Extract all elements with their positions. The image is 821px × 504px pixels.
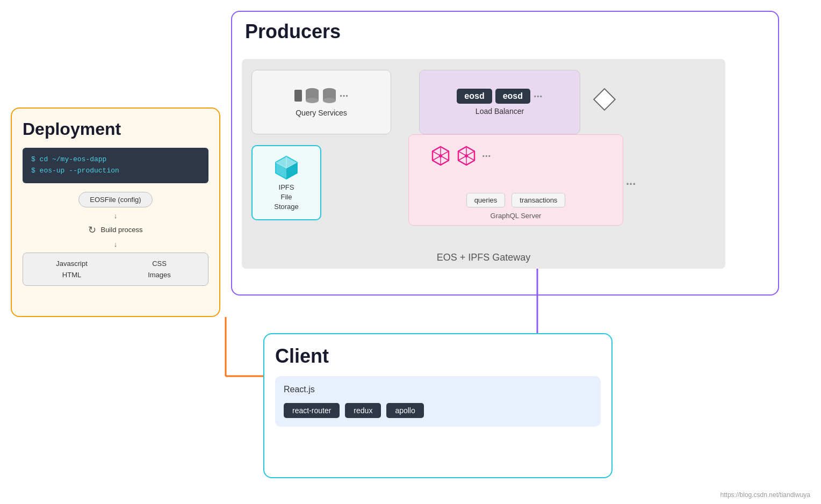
output-html: HTML [30, 271, 114, 279]
graphql-server-label: GraphQL Server [491, 212, 542, 220]
transactions-button: transactions [512, 193, 565, 207]
config-flow-item: EOSFile (config) [23, 192, 208, 207]
load-balancer-label: Load Balancer [476, 107, 524, 116]
deployment-title: Deployment [23, 119, 208, 139]
graphql-buttons-row: queries transactions [466, 193, 566, 207]
query-services-box: ··· Query Services [251, 70, 391, 134]
graphql-icons-row: ··· [430, 146, 491, 166]
load-balancer-box: eosd eosd ··· Load Balancer [419, 70, 580, 134]
output-javascript: Javascript [30, 260, 114, 268]
apollo-chip: apollo [386, 403, 423, 418]
graphql-hex-icon-2 [456, 146, 477, 166]
cylinder-icon-1 [305, 87, 319, 104]
graphql-dots: ··· [482, 150, 491, 162]
build-process-row: ↻ Build process [23, 224, 208, 236]
terminal-line-2: $ eos-up --production [31, 165, 200, 177]
ipfs-label: IPFSFileStorage [274, 183, 299, 212]
small-rect-icon [294, 90, 302, 102]
eosd-chip-2: eosd [495, 89, 530, 104]
graphql-hex-icon-1 [430, 146, 451, 166]
cylinder-icon-2 [322, 87, 336, 104]
graphql-box: ··· queries transactions GraphQL Server [408, 134, 623, 226]
ipfs-box: IPFSFileStorage [251, 145, 321, 220]
terminal-box: $ cd ~/my-eos-dapp $ eos-up --production [23, 148, 208, 183]
terminal-line-1: $ cd ~/my-eos-dapp [31, 154, 200, 165]
ipfs-cube-icon [273, 154, 300, 181]
diagram-container: Producers EOS + IPFS Gateway ··· Query S… [0, 0, 821, 504]
refresh-icon: ↻ [88, 224, 96, 236]
producers-right-dots: ··· [626, 177, 636, 191]
eosd-chips: eosd eosd ··· [457, 89, 542, 104]
config-label: EOSFile (config) [78, 192, 152, 207]
output-css: CSS [117, 260, 201, 268]
arrow-down-1: ↓ [23, 212, 208, 220]
watermark: https://blog.csdn.net/tiandiwuya [721, 491, 810, 499]
load-balancer-dots: ··· [534, 90, 543, 103]
reactjs-title: React.js [284, 385, 592, 394]
eosd-chip-1: eosd [457, 89, 492, 104]
build-label: Build process [100, 226, 142, 234]
query-services-icons: ··· [294, 87, 349, 104]
gateway-label: EOS + IPFS Gateway [437, 252, 531, 263]
client-box: Client React.js react-router redux apoll… [263, 333, 613, 478]
redux-chip: redux [345, 403, 381, 418]
output-grid: Javascript CSS HTML Images [23, 253, 208, 286]
query-services-label: Query Services [296, 109, 347, 117]
reactjs-box: React.js react-router redux apollo [275, 376, 601, 427]
producers-title: Producers [245, 20, 769, 43]
query-services-dots: ··· [340, 90, 349, 102]
svg-point-24 [323, 98, 336, 103]
output-images: Images [117, 271, 201, 279]
react-router-chip: react-router [284, 403, 340, 418]
deployment-box: Deployment $ cd ~/my-eos-dapp $ eos-up -… [11, 107, 220, 317]
queries-button: queries [466, 193, 506, 207]
svg-point-21 [306, 98, 319, 103]
reactjs-chips: react-router redux apollo [284, 403, 592, 418]
arrow-down-2: ↓ [23, 240, 208, 248]
client-title: Client [275, 345, 601, 368]
